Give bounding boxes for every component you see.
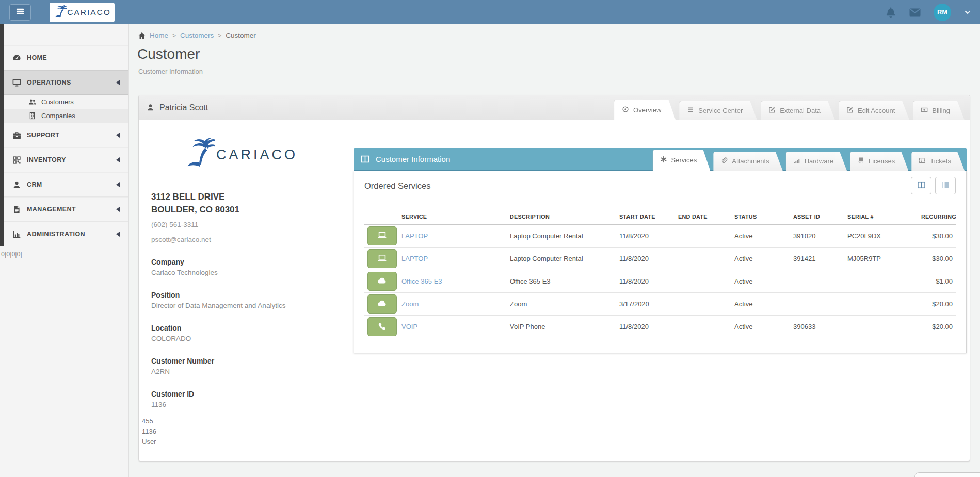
service-status: Active: [731, 270, 790, 293]
tab-service-center[interactable]: Service Center: [679, 101, 757, 120]
bar-chart-icon: [12, 230, 21, 239]
address-line1: 3112 BELL DRIVE: [151, 191, 330, 204]
phone-service-button[interactable]: [367, 317, 397, 336]
sidebar-item-support[interactable]: SUPPORT: [4, 123, 128, 147]
sidebar-subitem-label: Customers: [41, 98, 74, 106]
service-description: VoIP Phone: [507, 316, 616, 338]
cloud-service-button[interactable]: [367, 272, 397, 291]
signal-bars-icon: [793, 157, 800, 166]
sidebar-item-label: INVENTORY: [27, 156, 66, 163]
service-serial: MJ05R9TP: [844, 248, 918, 270]
desktop-icon: [12, 78, 21, 87]
tab-hardware[interactable]: Hardware: [786, 152, 847, 171]
cloud-icon: [377, 276, 387, 287]
breadcrumb-separator: >: [172, 32, 176, 39]
tab-label: Tickets: [930, 157, 951, 165]
sidebar-item-administration[interactable]: ADMINISTRATION: [4, 222, 128, 246]
sidebar-item-label: HOME: [27, 54, 47, 61]
panel-header: Customer Information Services Attachment…: [354, 148, 967, 171]
ordered-services-table: SERVICE DESCRIPTION START DATE END DATE …: [364, 208, 956, 338]
address-section: 3112 BELL DRIVE BOULDER, CO 80301 (602) …: [143, 184, 338, 251]
qrcode-icon: [12, 156, 21, 165]
tab-overview[interactable]: Overview: [614, 100, 676, 120]
tab-services[interactable]: Services: [653, 150, 711, 171]
customer-id-section: Customer ID 1136: [143, 383, 338, 416]
sidebar-item-companies[interactable]: Companies: [4, 109, 128, 123]
laptop-service-button[interactable]: [367, 249, 397, 268]
sidebar-item-home[interactable]: HOME: [4, 45, 128, 70]
tab-attachments[interactable]: Attachments: [713, 152, 782, 171]
service-asset-id: 391421: [790, 248, 844, 270]
service-status: Active: [731, 248, 790, 270]
money-icon: [921, 106, 928, 115]
collapse-arrow-icon: [116, 207, 120, 212]
tree-line: [12, 109, 28, 123]
cloud-service-button[interactable]: [367, 294, 397, 314]
users-icon: [28, 98, 36, 106]
tab-external-data[interactable]: External Data: [761, 101, 835, 120]
service-asset-id: 390633: [790, 316, 844, 338]
field-label: Company: [151, 258, 330, 266]
tab-label: Services: [671, 156, 697, 164]
service-description: Office 365 E3: [507, 270, 616, 293]
palm-tree-icon: [183, 138, 215, 170]
sidebar-item-inventory[interactable]: INVENTORY: [4, 147, 128, 172]
list-view-button[interactable]: [935, 177, 956, 194]
service-start-date: 11/8/2020: [616, 225, 675, 248]
sidebar-item-management[interactable]: MANAGEMENT: [4, 197, 128, 222]
bottom-right-widget[interactable]: [914, 472, 980, 477]
chevron-down-icon[interactable]: [963, 8, 972, 17]
service-recurring: $30.00: [918, 225, 956, 248]
laptop-service-button[interactable]: [367, 226, 397, 245]
breadcrumb-current: Customer: [226, 31, 256, 39]
service-link[interactable]: LAPTOP: [401, 255, 428, 262]
icon-column-header: [364, 208, 398, 225]
service-end-date: [675, 293, 731, 316]
customer-name: Patricia Scott: [159, 103, 208, 112]
tab-edit-account[interactable]: Edit Account: [839, 101, 909, 120]
service-link[interactable]: VOIP: [401, 323, 417, 331]
field-label: Location: [151, 324, 330, 332]
column-header: RECURRING: [918, 208, 956, 225]
sidebar-item-customers[interactable]: Customers: [4, 95, 128, 109]
app-logo[interactable]: CARIACO: [50, 3, 115, 22]
customer-card-header: Patricia Scott Overview Service Center E…: [139, 95, 970, 120]
tab-billing[interactable]: Billing: [913, 101, 965, 120]
customer-number-section: Customer Number A2RN: [143, 350, 338, 383]
gauge-icon: [12, 54, 21, 62]
tab-tickets[interactable]: Tickets: [911, 152, 965, 171]
notifications-bell-icon[interactable]: [885, 7, 896, 18]
service-end-date: [675, 248, 731, 270]
email-link[interactable]: pscott@cariaco.net: [151, 236, 330, 243]
breadcrumb-home-link[interactable]: Home: [150, 31, 168, 39]
service-description: Laptop Computer Rental: [507, 248, 616, 270]
user-avatar[interactable]: RM: [934, 4, 951, 21]
breadcrumb-customers-link[interactable]: Customers: [180, 31, 214, 39]
column-view-button[interactable]: [911, 177, 931, 194]
sidebar-item-operations[interactable]: OPERATIONS: [4, 70, 128, 95]
customer-information-panel: Customer Information Services Attachment…: [354, 148, 967, 353]
edit-icon: [846, 106, 854, 115]
document-icon: [12, 205, 21, 214]
service-link[interactable]: LAPTOP: [401, 232, 428, 240]
service-link[interactable]: Office 365 E3: [401, 277, 442, 285]
collapse-arrow-icon: [116, 80, 120, 85]
collapse-arrow-icon: [116, 133, 120, 138]
table-row: LAPTOP Laptop Computer Rental 11/8/2020 …: [364, 248, 956, 270]
sidebar-item-crm[interactable]: CRM: [4, 172, 128, 197]
tab-licenses[interactable]: Licenses: [850, 152, 908, 171]
service-end-date: [675, 225, 731, 248]
dot-circle-icon: [622, 106, 629, 114]
asterisk-icon: [660, 156, 667, 165]
menu-toggle-button[interactable]: [9, 4, 31, 21]
messages-envelope-icon[interactable]: [909, 6, 921, 19]
sidebar-item-label: ADMINISTRATION: [27, 231, 85, 238]
column-header: STATUS: [731, 208, 790, 225]
field-value: A2RN: [151, 368, 330, 375]
phone-number: (602) 561-3311: [151, 221, 330, 228]
service-link[interactable]: Zoom: [401, 300, 419, 308]
field-value: COLORADO: [151, 335, 330, 342]
hamburger-icon: [16, 7, 24, 18]
table-header-row: SERVICE DESCRIPTION START DATE END DATE …: [364, 208, 956, 225]
footer-line: User: [142, 437, 156, 447]
